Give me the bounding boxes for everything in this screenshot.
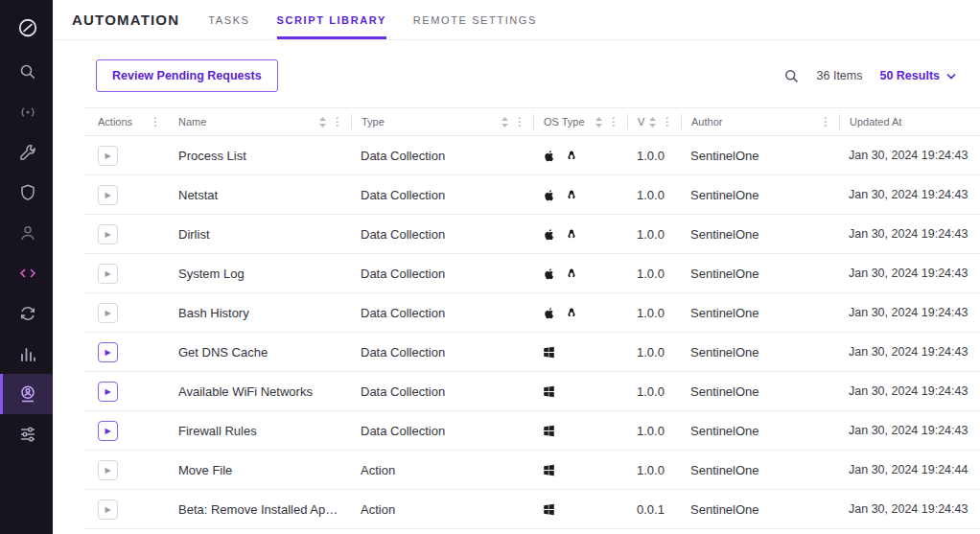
tab-script-library[interactable]: SCRIPT LIBRARY <box>277 0 386 39</box>
run-script-button[interactable]: ▶ <box>98 382 118 402</box>
sort-icon[interactable] <box>502 117 508 128</box>
broadcast-icon[interactable] <box>0 92 53 132</box>
script-name-link[interactable]: Dirlist <box>178 227 210 242</box>
actions-cell: ▶ <box>84 382 169 402</box>
run-script-button[interactable]: ▶ <box>98 185 118 205</box>
column-menu-icon[interactable]: ⋮ <box>662 116 673 128</box>
apple-icon <box>543 267 555 281</box>
chevron-down-icon <box>946 73 956 80</box>
run-script-button[interactable]: ▶ <box>98 499 118 520</box>
script-version: 1.0.0 <box>627 267 681 281</box>
updated-at: Jan 30, 2024 19:24:44 <box>839 463 980 476</box>
table-row[interactable]: ▶ Firewall Rules Data Collection 1.0.0 S… <box>84 411 980 451</box>
updated-at: Jan 30, 2024 19:24:43 <box>839 267 980 280</box>
table-row[interactable]: ▶ Netstat Data Collection 1.0.0 Sentinel… <box>84 175 980 215</box>
script-name-link[interactable]: Process List <box>178 149 246 163</box>
script-name-link[interactable]: Netstat <box>178 188 218 202</box>
name-cell: Bash History <box>169 306 351 320</box>
linux-icon <box>566 267 577 281</box>
table-row[interactable]: ▶ Process List Data Collection 1.0.0 Sen… <box>84 136 980 175</box>
tab-bar: TASKS SCRIPT LIBRARY REMOTE SETTINGS <box>208 0 564 39</box>
name-cell: Netstat <box>169 188 351 202</box>
actions-cell: ▶ <box>84 146 169 166</box>
table-row[interactable]: ▶ Beta: Remove Installed Applica... Acti… <box>84 490 980 529</box>
toolbar-right: 36 Items 50 Results <box>783 68 956 84</box>
table-row[interactable]: ▶ Bash History Data Collection 1.0.0 Sen… <box>84 293 980 333</box>
column-menu-icon[interactable]: ⋮ <box>608 116 619 128</box>
column-menu-icon[interactable]: ⋮ <box>332 116 343 128</box>
run-script-button[interactable]: ▶ <box>98 303 118 323</box>
script-type: Action <box>351 502 533 517</box>
table-search-icon[interactable] <box>783 68 800 84</box>
column-menu-icon[interactable]: ⋮ <box>820 116 831 128</box>
col-header-actions: Actions ⋮ <box>84 114 169 129</box>
code-tags-icon[interactable] <box>0 253 53 293</box>
bar-chart-icon[interactable] <box>0 334 53 374</box>
script-version: 1.0.0 <box>627 384 681 399</box>
name-cell: Get DNS Cache <box>169 345 351 360</box>
script-name-link[interactable]: Available WiFi Networks <box>178 384 313 399</box>
column-menu-icon[interactable]: ⋮ <box>150 116 161 128</box>
sort-icon[interactable] <box>649 117 656 128</box>
table-row[interactable]: ▶ Available WiFi Networks Data Collectio… <box>84 372 980 411</box>
tools-icon[interactable] <box>0 132 53 173</box>
updated-at: Jan 30, 2024 19:24:43 <box>839 149 980 162</box>
run-script-button[interactable]: ▶ <box>98 264 118 284</box>
script-author: SentinelOne <box>681 306 839 320</box>
col-header-version: V ⋮ <box>627 114 681 129</box>
run-script-button[interactable]: ▶ <box>98 421 118 441</box>
tab-remote-settings[interactable]: REMOTE SETTINGS <box>413 0 537 39</box>
script-name-link[interactable]: Firewall Rules <box>178 424 257 438</box>
table-row[interactable]: ▶ Get DNS Cache Data Collection 1.0.0 Se… <box>84 333 980 372</box>
tab-tasks[interactable]: TASKS <box>208 0 249 39</box>
script-name-link[interactable]: Get DNS Cache <box>178 345 268 360</box>
col-header-updated-at: Updated At <box>839 114 980 129</box>
run-script-button[interactable]: ▶ <box>98 224 118 244</box>
shield-icon[interactable] <box>0 173 53 213</box>
actions-cell: ▶ <box>84 303 169 323</box>
script-author: SentinelOne <box>681 188 839 202</box>
script-name-link[interactable]: Move File <box>178 463 232 477</box>
script-type: Data Collection <box>351 345 533 360</box>
review-pending-requests-button[interactable]: Review Pending Requests <box>96 59 278 92</box>
actions-cell: ▶ <box>84 342 169 362</box>
script-type: Action <box>351 463 533 477</box>
col-header-name: Name ⋮ <box>169 114 351 129</box>
column-menu-icon[interactable]: ⋮ <box>514 116 525 128</box>
script-author: SentinelOne <box>681 267 839 281</box>
toolbar: Review Pending Requests 36 Items 50 Resu… <box>96 59 956 92</box>
sort-icon[interactable] <box>595 117 602 128</box>
table-row[interactable]: ▶ Dirlist Data Collection 1.0.0 Sentinel… <box>84 215 980 254</box>
script-author: SentinelOne <box>681 384 839 399</box>
script-author: SentinelOne <box>681 345 839 360</box>
sidebar <box>0 0 53 534</box>
os-type-icons <box>533 149 627 163</box>
table-row[interactable]: ▶ Move File Action 1.0.0 SentinelOne Jan… <box>84 451 980 490</box>
run-script-button[interactable]: ▶ <box>98 146 118 166</box>
script-name-link[interactable]: Beta: Remove Installed Applica... <box>178 502 351 517</box>
table-row[interactable]: ▶ System Log Data Collection 1.0.0 Senti… <box>84 254 980 293</box>
run-script-button[interactable]: ▶ <box>98 342 118 362</box>
automation-icon[interactable] <box>0 374 53 414</box>
results-dropdown[interactable]: 50 Results <box>879 69 956 82</box>
actions-cell: ▶ <box>84 224 169 244</box>
run-script-button[interactable]: ▶ <box>98 460 118 480</box>
updated-at: Jan 30, 2024 19:24:43 <box>839 188 980 201</box>
script-name-link[interactable]: Bash History <box>178 306 249 320</box>
os-type-icons <box>533 385 627 398</box>
sliders-icon[interactable] <box>0 414 53 454</box>
search-icon[interactable] <box>0 52 53 92</box>
linux-icon <box>566 188 577 202</box>
actions-cell: ▶ <box>84 264 169 284</box>
user-icon[interactable] <box>0 213 53 253</box>
name-cell: Dirlist <box>169 227 351 242</box>
script-name-link[interactable]: System Log <box>178 267 245 281</box>
script-version: 1.0.0 <box>627 345 681 360</box>
script-version: 1.0.0 <box>627 424 681 438</box>
script-version: 0.0.1 <box>627 502 681 517</box>
main-area: AUTOMATION TASKS SCRIPT LIBRARY REMOTE S… <box>53 0 980 534</box>
page-title: AUTOMATION <box>72 12 179 28</box>
sync-icon[interactable] <box>0 293 53 334</box>
os-type-icons <box>533 346 627 359</box>
sort-icon[interactable] <box>319 117 326 128</box>
